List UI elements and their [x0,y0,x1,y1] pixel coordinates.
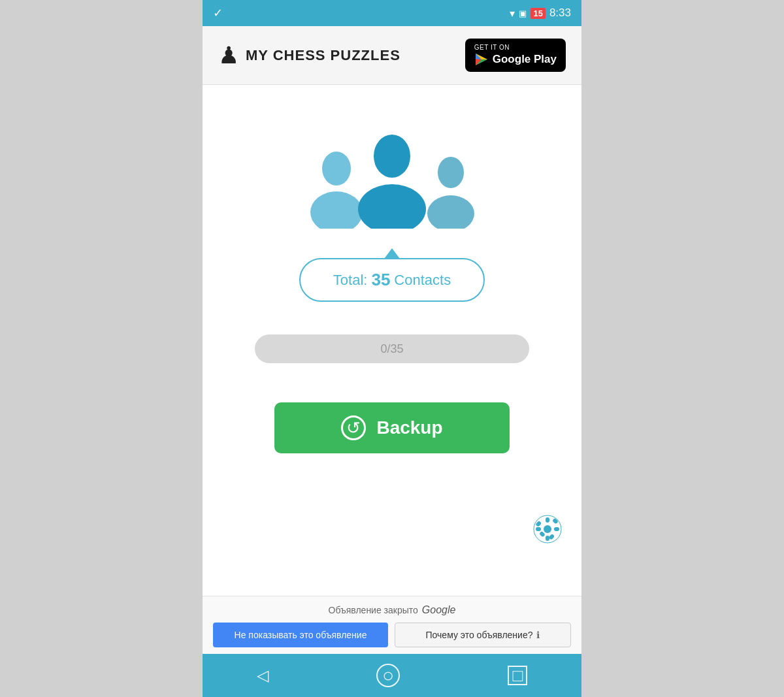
battery-icon: 15 [531,8,545,19]
users-icon-group [301,124,483,229]
settings-gear-button[interactable] [533,515,562,543]
get-it-on-label: GET IT ON [474,44,510,51]
app-header: ♟ MY CHESS PUZZLES GET IT ON Google Play [203,26,581,85]
svg-rect-13 [546,536,549,541]
ad-info-icon: ℹ [536,630,540,640]
total-contacts-box: Total: 35 Contacts [299,258,485,302]
ad-area: Объявление закрыто Google Не показывать … [203,596,581,654]
contacts-label: Contacts [394,272,451,289]
ad-why-label: Почему это объявление? [426,630,533,640]
nav-recent-button[interactable]: □ [488,660,547,690]
backup-button[interactable]: ↺ Backup [274,402,510,453]
google-play-row: Google Play [474,52,557,67]
svg-rect-15 [554,527,559,531]
svg-rect-12 [546,517,549,523]
nav-home-button[interactable]: ○ [357,658,419,692]
chess-piece-icon: ♟ [218,42,239,69]
svg-point-11 [544,525,551,533]
bubble-arrow [384,248,400,259]
status-bar-right: ▾ ▣ 15 8:33 [510,7,571,20]
app-logo: ♟ MY CHESS PUZZLES [218,42,400,69]
ad-closed-label: Объявление закрыто [329,605,418,615]
ad-hide-button[interactable]: Не показывать это объявление [213,623,388,647]
sim-icon: ▣ [519,8,527,18]
nav-home-icon: ○ [376,664,400,687]
time-display: 8:33 [549,7,571,20]
user-silhouette-right [425,150,477,229]
progress-text: 0/35 [380,342,403,356]
google-brand-text: Google [422,604,456,616]
user-silhouette-center [356,127,428,229]
backup-label: Backup [376,417,442,438]
ad-why-button[interactable]: Почему это объявление? ℹ [395,623,571,647]
total-label: Total: [333,272,368,289]
ad-closed-text: Объявление закрыто Google [329,604,456,616]
phone-wrapper: ✓ ▾ ▣ 15 8:33 ♟ MY CHESS PUZZLES GET IT … [203,0,581,697]
total-number: 35 [371,270,390,290]
nav-back-icon: ◁ [257,666,269,685]
status-bar-left: ✓ [213,6,223,20]
main-content: Total: 35 Contacts 0/35 ↺ Backup [203,85,581,596]
backup-icon: ↺ [341,415,366,440]
status-bar: ✓ ▾ ▣ 15 8:33 [203,0,581,26]
svg-point-5 [310,191,363,229]
bottom-nav: ◁ ○ □ [203,654,581,697]
google-play-badge[interactable]: GET IT ON Google Play [465,39,566,72]
nav-back-button[interactable]: ◁ [237,661,288,690]
svg-rect-14 [536,527,541,531]
progress-bar: 0/35 [255,334,529,363]
google-play-label: Google Play [493,53,557,66]
wifi-icon: ▾ [510,7,515,20]
nav-recent-icon: □ [508,666,527,685]
ad-buttons-row: Не показывать это объявление Почему это … [213,623,571,647]
svg-point-4 [322,152,351,186]
google-play-triangle-icon [474,52,489,67]
status-back-icon: ✓ [213,6,223,20]
svg-point-9 [427,195,474,229]
svg-point-6 [374,135,410,178]
svg-point-7 [358,184,426,229]
svg-point-8 [438,157,464,188]
total-contacts-container: Total: 35 Contacts [299,248,485,302]
app-title: MY CHESS PUZZLES [246,47,400,64]
progress-container: 0/35 [255,334,529,363]
